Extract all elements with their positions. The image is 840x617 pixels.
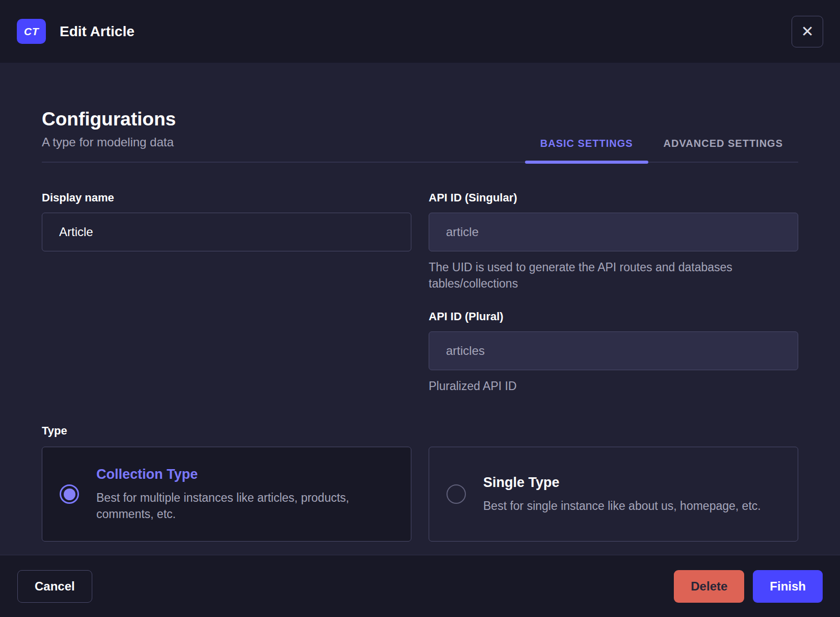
page-title: Configurations: [42, 109, 176, 130]
collection-type-card[interactable]: Collection Type Best for multiple instan…: [42, 447, 411, 542]
api-id-singular-helper: The UID is used to generate the API rout…: [429, 260, 760, 292]
single-type-description: Best for single instance like about us, …: [483, 498, 761, 514]
modal-header: CT Edit Article ✕: [0, 0, 840, 63]
config-header: Configurations A type for modeling data …: [42, 109, 798, 163]
api-id-singular-input[interactable]: [429, 213, 798, 251]
single-type-card[interactable]: Single Type Best for single instance lik…: [429, 447, 798, 542]
single-type-title: Single Type: [483, 475, 761, 491]
modal-body: Configurations A type for modeling data …: [0, 63, 840, 555]
content-type-badge-icon: CT: [17, 19, 46, 44]
api-id-plural-field-group: API ID (Plural) Pluralized API ID: [429, 310, 798, 395]
collection-type-description: Best for multiple instances like article…: [96, 490, 382, 522]
tab-advanced-settings[interactable]: ADVANCED SETTINGS: [648, 127, 798, 162]
display-name-input[interactable]: [42, 213, 411, 251]
api-id-singular-field-group: API ID (Singular) The UID is used to gen…: [429, 191, 798, 292]
settings-tabs: BASIC SETTINGS ADVANCED SETTINGS: [525, 127, 798, 162]
api-id-singular-label: API ID (Singular): [429, 191, 798, 204]
finish-button[interactable]: Finish: [753, 570, 823, 603]
delete-button[interactable]: Delete: [674, 570, 744, 603]
api-id-plural-input[interactable]: [429, 331, 798, 370]
api-id-plural-label: API ID (Plural): [429, 310, 798, 323]
close-button[interactable]: ✕: [792, 16, 823, 47]
radio-selected-dot: [64, 489, 75, 500]
display-name-label: Display name: [42, 191, 411, 204]
collection-type-title: Collection Type: [96, 467, 382, 482]
type-label: Type: [42, 424, 798, 438]
cancel-button[interactable]: Cancel: [17, 570, 92, 603]
modal-footer: Cancel Delete Finish: [0, 555, 840, 617]
api-id-plural-helper: Pluralized API ID: [429, 378, 760, 395]
page-subtitle: A type for modeling data: [42, 135, 176, 149]
type-options: Collection Type Best for multiple instan…: [42, 447, 798, 542]
radio-single-type[interactable]: [447, 484, 466, 504]
display-name-field-group: Display name: [42, 191, 411, 395]
config-form: Display name API ID (Singular) The UID i…: [42, 191, 798, 395]
close-icon: ✕: [801, 24, 813, 39]
modal-title: Edit Article: [60, 23, 135, 40]
radio-collection-type[interactable]: [60, 484, 79, 504]
edit-content-type-modal: CT Edit Article ✕ Configurations A type …: [0, 0, 840, 617]
config-titles: Configurations A type for modeling data: [42, 109, 176, 162]
collection-type-text: Collection Type Best for multiple instan…: [96, 467, 382, 522]
tab-basic-settings[interactable]: BASIC SETTINGS: [525, 127, 648, 162]
api-id-column: API ID (Singular) The UID is used to gen…: [429, 191, 798, 395]
single-type-text: Single Type Best for single instance lik…: [483, 475, 761, 514]
